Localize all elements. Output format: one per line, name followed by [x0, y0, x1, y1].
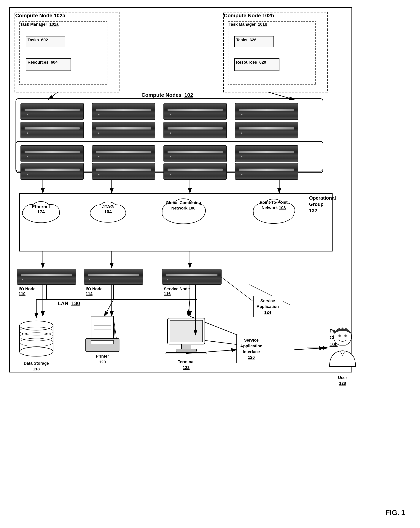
- compute-nodes-label: Compute Nodes 102: [141, 92, 193, 98]
- printer-label: Printer120: [82, 353, 123, 365]
- tasks-b-label: Tasks 626: [236, 37, 257, 42]
- svg-rect-6: [20, 21, 107, 85]
- svg-rect-83: [182, 344, 191, 349]
- server-1: [21, 103, 84, 120]
- server-4: [235, 103, 298, 120]
- diagram: Compute Node 102a Compute Node 102b Task…: [0, 0, 420, 528]
- svg-point-68: [20, 321, 53, 330]
- svg-line-103: [188, 300, 190, 316]
- svg-rect-84: [176, 349, 197, 352]
- server-row-1: [19, 102, 300, 121]
- svg-line-101: [104, 300, 113, 316]
- resources-a-label: Resources 604: [27, 60, 58, 65]
- gcn-label: Global CombiningNetwork 106: [158, 200, 209, 211]
- compute-node-b-label: Compute Node 102b: [224, 13, 274, 19]
- compute-node-a-label: Compute Node 102a: [15, 13, 65, 19]
- task-manager-a-label: Task Manager 101a: [20, 22, 59, 27]
- user-shape: User128: [324, 325, 361, 375]
- ethernet-cloud: Ethernet 174: [19, 194, 63, 225]
- server-3: [163, 103, 227, 120]
- svg-line-96: [294, 348, 324, 350]
- server-5: [21, 122, 84, 138]
- resources-b-label: Resources 620: [236, 60, 266, 65]
- printer-shape: Printer120: [82, 316, 123, 354]
- io-node-114-label: I/O Node114: [86, 287, 102, 296]
- svg-point-69: [20, 347, 53, 356]
- server-row-3: [19, 144, 300, 163]
- server-8: [235, 122, 298, 138]
- compute-nodes-ref: 102: [184, 92, 193, 98]
- server-10: [92, 145, 155, 162]
- server-11: [163, 145, 227, 162]
- server-13: [21, 163, 84, 180]
- tasks-b-ref: 626: [250, 37, 257, 42]
- lan-label: LAN 130: [58, 300, 80, 306]
- svg-line-16: [268, 92, 294, 99]
- fig-label: FIG. 1: [385, 509, 405, 517]
- resources-b-ref: 620: [259, 60, 266, 65]
- data-storage-shape: Data Storage118: [17, 318, 56, 360]
- jtag-label: JTAG 104: [87, 204, 128, 215]
- svg-point-89: [345, 335, 347, 337]
- server-6: [92, 122, 155, 138]
- tasks-a-label: Tasks 602: [27, 37, 48, 42]
- service-app-interface-box: ServiceApplicationInterface126: [236, 335, 266, 363]
- svg-rect-82: [170, 320, 203, 342]
- diagram-arrows: [0, 0, 420, 528]
- server-2: [92, 103, 155, 120]
- task-manager-a-ref: 101a: [49, 22, 59, 27]
- compute-node-a-ref: 102a: [54, 13, 65, 18]
- server-15: [163, 163, 227, 180]
- ethernet-label: Ethernet 174: [19, 204, 63, 215]
- service-node-label: Service Node116: [164, 287, 190, 296]
- gcn-cloud: Global CombiningNetwork 106: [158, 192, 209, 226]
- svg-line-93: [222, 277, 253, 301]
- jtag-cloud: JTAG 104: [87, 194, 128, 225]
- server-row-4: [19, 162, 300, 181]
- svg-rect-85: [166, 353, 207, 353]
- extra-arrows: [0, 0, 420, 528]
- server-7: [163, 122, 227, 138]
- data-storage-label: Data Storage118: [17, 360, 56, 372]
- user-label: User128: [324, 375, 361, 386]
- io-node-110-server: [17, 269, 76, 285]
- server-row-2: [19, 120, 300, 140]
- operational-group-label: OperationalGroup132: [309, 195, 336, 214]
- task-manager-b-label: Task Manager 101b: [229, 22, 267, 27]
- ptp-cloud: Point-To-PointNetwork 108: [249, 192, 298, 226]
- tasks-a-ref: 602: [41, 37, 48, 42]
- server-12: [235, 145, 298, 162]
- service-application-box: ServiceApplication124: [253, 296, 282, 317]
- svg-rect-90: [340, 345, 345, 351]
- server-16: [235, 163, 298, 180]
- io-node-110-label: I/O Node110: [19, 287, 35, 296]
- svg-rect-7: [228, 21, 316, 85]
- task-manager-b-ref: 101b: [258, 22, 267, 27]
- svg-line-15: [49, 92, 58, 99]
- compute-node-b-ref: 102b: [262, 13, 274, 18]
- resources-a-ref: 604: [51, 60, 58, 65]
- service-node-server: [162, 269, 222, 285]
- terminal-shape: Terminal122: [164, 316, 209, 354]
- ptp-label: Point-To-PointNetwork 108: [249, 200, 298, 210]
- terminal-label: Terminal122: [164, 359, 209, 371]
- server-9: [21, 145, 84, 162]
- io-node-114-server: [84, 269, 143, 285]
- svg-point-88: [338, 335, 341, 337]
- svg-rect-80: [91, 340, 113, 344]
- server-14: [92, 163, 155, 180]
